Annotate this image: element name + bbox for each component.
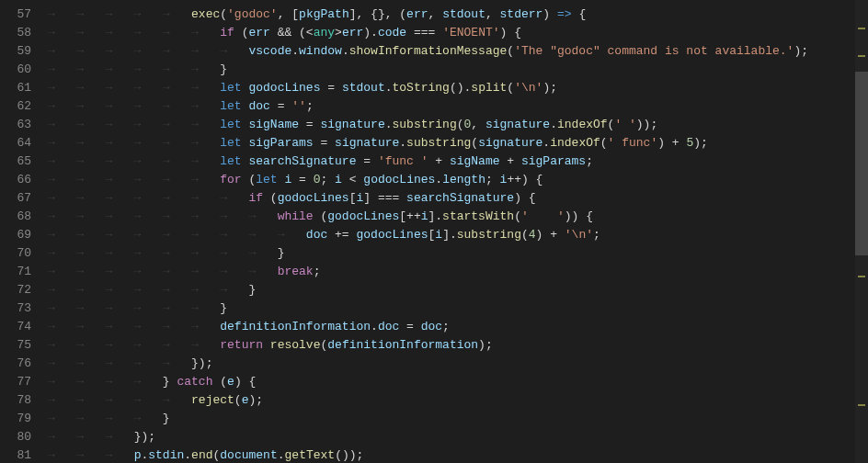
indent-guides: → → → → → → [48,338,220,352]
code-line[interactable]: → → → }); [48,428,868,446]
token-fn: substring [393,118,457,131]
token-pn: } [278,246,285,260]
token-kw2: let [220,136,241,150]
indent-guides: → → → → → → [48,118,220,131]
token-pn: ; [485,173,500,186]
token-id: signature [335,136,399,150]
code-line[interactable]: → → → → } [48,410,868,428]
token-fn: substring [457,228,521,242]
token-pn: (). [450,81,471,95]
code-line[interactable]: → → → → → → → → } [48,244,868,263]
line-number: 62 [0,97,48,116]
indent-guides: → → → → → → [48,173,220,186]
token-pn: ) { [514,191,535,205]
line-number: 63 [0,116,48,134]
code-line[interactable]: → → → → → → let godocLines = stdout.toSt… [48,79,868,97]
token-fn: resolve [270,338,321,352]
token-pn: ] === [363,191,406,205]
token-kw2: let [220,118,241,131]
code-line[interactable]: → → → → → → if (err && (<any>err).code =… [48,24,868,42]
token-pn: ( [521,228,529,242]
scrollbar-thumb[interactable] [855,72,868,255]
indent-guides: → → → [48,430,134,444]
line-number: 74 [0,318,48,336]
token-id: godocLines [248,81,320,95]
indent-guides: → → → → → → → → [48,265,278,278]
token-pn: . [385,81,393,95]
line-number: 69 [0,226,48,244]
token-fn: showInformationMessage [349,44,508,58]
token-pn: ) [542,7,557,21]
token-id: sigName [450,154,500,168]
token-pn: ). [363,26,378,40]
token-str: 'ENOENT' [442,26,499,40]
token-id: searchSignature [406,191,514,205]
code-line[interactable]: → → → → → exec('godoc', [pkgPath], {}, (… [48,6,868,24]
code-line[interactable]: → → → → → → let sigName = signature.subs… [48,116,868,134]
token-id: stdout [342,81,385,95]
token-id: definitionInformation [327,338,478,352]
token-kw2: let [220,154,241,168]
token-id: length [442,173,485,186]
code-line[interactable]: → → → → → → → if (godocLines[i] === sear… [48,189,868,208]
code-line[interactable]: → → → → → → let searchSignature = 'func … [48,152,868,171]
code-line[interactable]: → → → → → → let doc = ''; [48,97,868,116]
token-pn: = [314,136,335,150]
token-pn: } [248,283,256,297]
line-number: 80 [0,428,48,446]
code-line[interactable]: → → → → → → → → → doc += godocLines[i].s… [48,226,868,244]
token-pn: && (< [270,26,314,40]
line-number: 75 [0,336,48,355]
line-number: 73 [0,299,48,318]
token-pn: > [335,26,342,40]
token-kw2: => [557,7,572,21]
token-str: ' ' [614,118,635,131]
indent-guides: → → → → → → → [48,44,248,58]
line-number: 78 [0,391,48,410]
token-pn: ); [248,393,263,407]
line-number: 68 [0,208,48,226]
indent-guides: → → → → [48,375,163,389]
code-line[interactable]: → → → → → → definitionInformation.doc = … [48,318,868,336]
token-pn: , [ [278,7,299,21]
token-fn: indexOf [550,136,600,150]
indent-guides: → → → → → → [48,26,220,40]
code-line[interactable]: → → → → → → → } [48,281,868,299]
code-line[interactable]: → → → → → → → → break; [48,263,868,281]
token-fn: startsWith [442,209,514,223]
code-editor[interactable]: 5758596061626364656667686970717273747576… [0,0,868,463]
code-line[interactable]: → → → → → → for (let i = 0; i < godocLin… [48,171,868,189]
code-line[interactable]: → → → → → → → → while (godocLines[++i].s… [48,208,868,226]
token-fn: toString [393,81,450,95]
token-id: doc [378,320,399,333]
code-line[interactable]: → → → → → → return resolve(definitionInf… [48,336,868,355]
code-line[interactable]: → → → → } catch (e) { [48,373,868,391]
code-line[interactable]: → → → p.stdin.end(document.getText()); [48,446,868,463]
code-line[interactable]: → → → → → → } [48,61,868,79]
token-str: '' [291,99,306,113]
code-content[interactable]: → → → → → exec('godoc', [pkgPath], {}, (… [48,0,868,463]
token-num: 0 [314,173,321,186]
token-id: i [435,228,442,242]
code-line[interactable]: → → → → → }); [48,355,868,373]
vertical-scrollbar[interactable] [855,0,868,463]
token-type: any [314,26,335,40]
code-line[interactable]: → → → → → → → vscode.window.showInformat… [48,42,868,61]
code-line[interactable]: → → → → → reject(e); [48,391,868,410]
code-line[interactable]: → → → → → → let sigParams = signature.su… [48,134,868,152]
token-id: godocLines [327,209,399,223]
line-number: 64 [0,134,48,152]
token-pn: ( [507,44,514,58]
token-id: signature [478,136,542,150]
token-id: vscode [248,44,291,58]
token-pn: ; [442,320,450,333]
overview-mark [858,28,865,29]
token-id: window [299,44,342,58]
indent-guides: → → → → → [48,7,191,21]
token-fn: indexOf [557,118,608,131]
token-pn: ]. [428,209,443,223]
token-id: godocLines [363,173,435,186]
indent-guides: → → → → → → → → → [48,228,306,242]
token-pn: ], {}, ( [349,7,406,21]
code-line[interactable]: → → → → → → } [48,299,868,318]
